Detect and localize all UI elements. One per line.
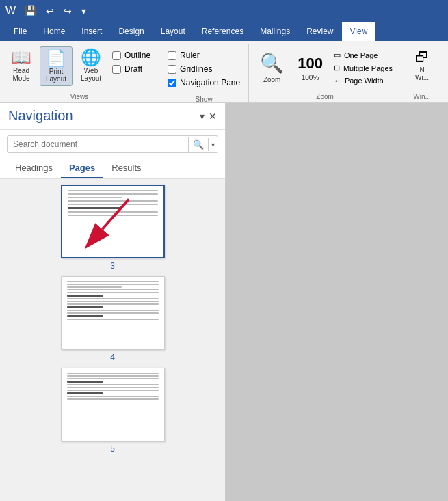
p5-line8 <box>67 398 159 400</box>
page-5-number: 5 <box>110 444 115 454</box>
nav-tab-pages[interactable]: Pages <box>61 159 103 178</box>
outline-button[interactable]: Outline <box>112 51 150 60</box>
window-label: NWi... <box>415 66 429 81</box>
page-4-thumbnail[interactable] <box>61 276 165 350</box>
search-dropdown-button[interactable]: ▾ <box>208 138 218 151</box>
zoom-group-label: Zoom <box>313 92 337 102</box>
page-5-thumbnail[interactable] <box>61 368 165 442</box>
p5-line5 <box>67 387 159 388</box>
p5-line4 <box>67 384 159 385</box>
tab-view[interactable]: View <box>342 22 376 41</box>
show-options: Ruler Gridlines Navigation Pane <box>165 44 243 94</box>
zoom-pages-stack: ▭ One Page ⊟ Multiple Pages ↔ Page Width <box>331 47 395 88</box>
gridlines-label: Gridlines <box>180 64 212 74</box>
tab-home[interactable]: Home <box>35 22 73 41</box>
zoom-icon: 🔍 <box>260 52 284 75</box>
ruler-checkbox[interactable] <box>168 51 176 60</box>
page-3-thumbnail[interactable] <box>61 185 165 258</box>
nav-tab-headings[interactable]: Headings <box>7 159 61 178</box>
page-3-number: 3 <box>110 261 115 271</box>
nav-dropdown-button[interactable]: ▾ <box>200 111 205 122</box>
zoom-100-button[interactable]: 100 100% <box>292 52 328 84</box>
p5-line7 <box>67 396 159 397</box>
nav-header: Navigation ▾ ✕ <box>0 103 225 130</box>
p4-heading1 <box>67 295 104 297</box>
p5-heading1 <box>67 381 104 383</box>
page-width-option[interactable]: ↔ Page Width <box>331 76 395 85</box>
nav-close-button[interactable]: ✕ <box>209 111 217 122</box>
read-mode-label: ReadMode <box>12 67 29 82</box>
p5-line2 <box>67 375 159 377</box>
window-group-label: Win... <box>410 92 434 102</box>
gridlines-option[interactable]: Gridlines <box>168 64 240 74</box>
title-bar: W 💾 ↩ ↪ ▾ <box>0 0 448 22</box>
draft-checkbox[interactable] <box>112 65 121 74</box>
print-layout-label: PrintLayout <box>46 68 66 83</box>
page-3-content <box>68 190 158 216</box>
line5 <box>68 204 158 205</box>
quick-access-dropdown[interactable]: ▾ <box>78 4 90 18</box>
read-mode-button[interactable]: 📖 ReadMode <box>5 46 37 85</box>
word-icon: W <box>5 5 16 17</box>
draft-button[interactable]: Draft <box>112 64 150 74</box>
line7 <box>68 215 158 216</box>
new-window-button[interactable]: 🗗 NWi... <box>407 46 437 84</box>
page-5-content <box>67 373 159 400</box>
gridlines-checkbox[interactable] <box>168 65 176 74</box>
p4-line2 <box>67 284 159 285</box>
ribbon-group-show: Ruler Gridlines Navigation Pane Show <box>159 44 249 102</box>
multiple-pages-label: Multiple Pages <box>343 64 393 72</box>
p4-line8 <box>67 303 159 305</box>
page-3-container: 3 <box>61 185 165 271</box>
nav-tabs: Headings Pages Results <box>0 159 225 179</box>
save-button[interactable]: 💾 <box>21 4 40 18</box>
page-4-number: 4 <box>110 353 115 362</box>
search-input[interactable] <box>8 136 188 152</box>
navigation-panel: Navigation ▾ ✕ 🔍 ▾ Headings Pages Result… <box>0 103 226 501</box>
search-submit-button[interactable]: 🔍 <box>188 137 208 152</box>
line3 <box>68 197 122 198</box>
web-layout-button[interactable]: 🌐 WebLayout <box>75 46 107 85</box>
tab-layout[interactable]: Layout <box>153 22 194 41</box>
print-layout-button[interactable]: 📄 PrintLayout <box>40 46 73 86</box>
new-window-icon: 🗗 <box>415 49 429 65</box>
p4-heading2 <box>67 306 104 308</box>
line6 <box>68 211 158 213</box>
tab-review[interactable]: Review <box>298 22 341 41</box>
title-bar-controls: 💾 ↩ ↪ ▾ <box>21 4 90 18</box>
multiple-pages-option[interactable]: ⊟ Multiple Pages <box>331 63 395 73</box>
nav-title: Navigation <box>8 108 73 124</box>
tab-references[interactable]: References <box>194 22 252 41</box>
ruler-option[interactable]: Ruler <box>168 51 240 60</box>
p5-line1 <box>67 373 159 374</box>
multiple-pages-icon: ⊟ <box>334 64 340 72</box>
ribbon-group-views: 📖 ReadMode 📄 PrintLayout 🌐 WebLayout Out… <box>0 44 159 102</box>
tab-insert[interactable]: Insert <box>73 22 110 41</box>
zoom-100-icon: 100 <box>298 55 323 72</box>
outline-checkbox[interactable] <box>112 51 121 60</box>
one-page-option[interactable]: ▭ One Page <box>331 50 395 60</box>
page-5-container: 5 <box>61 368 165 454</box>
tab-design[interactable]: Design <box>110 22 152 41</box>
tab-file[interactable]: File <box>5 22 35 41</box>
p5-line6 <box>67 390 159 391</box>
tab-mailings[interactable]: Mailings <box>252 22 298 41</box>
p4-line4 <box>67 289 159 290</box>
main-document-area[interactable] <box>226 103 448 501</box>
line2 <box>68 193 158 195</box>
nav-pane-checkbox[interactable] <box>168 79 176 87</box>
app-body: Navigation ▾ ✕ 🔍 ▾ Headings Pages Result… <box>0 103 448 501</box>
zoom-button[interactable]: 🔍 Zoom <box>254 49 289 86</box>
ribbon-group-zoom: 🔍 Zoom 100 100% ▭ One Page ⊟ Multiple Pa… <box>249 44 401 102</box>
read-mode-icon: 📖 <box>11 49 31 66</box>
nav-tab-results[interactable]: Results <box>103 159 149 178</box>
redo-button[interactable]: ↪ <box>60 4 75 18</box>
page-4-container: 4 <box>61 276 165 362</box>
zoom-controls: 🔍 Zoom 100 100% ▭ One Page ⊟ Multiple Pa… <box>254 44 395 92</box>
nav-pane-option[interactable]: Navigation Pane <box>168 78 240 87</box>
p4-line6 <box>67 298 159 299</box>
p4-heading3 <box>67 315 104 317</box>
web-layout-icon: 🌐 <box>81 49 101 66</box>
undo-button[interactable]: ↩ <box>42 4 57 18</box>
views-group-label: Views <box>68 92 92 102</box>
